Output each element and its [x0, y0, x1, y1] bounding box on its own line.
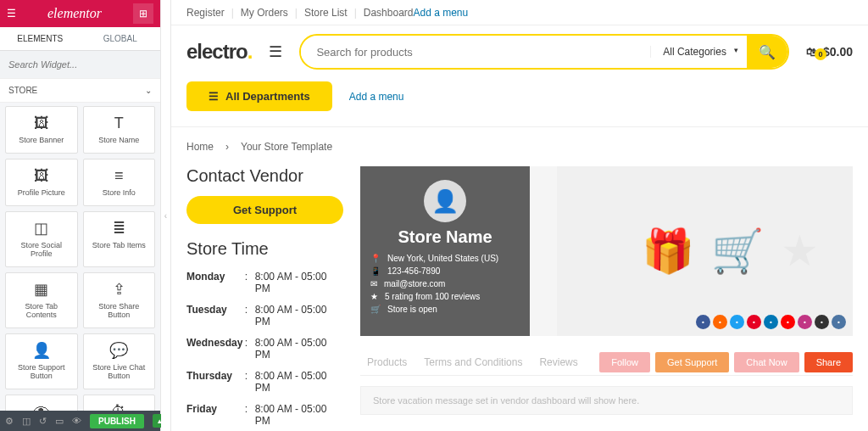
store-time-title: Store Time [186, 239, 343, 259]
cart-icon: 🛒 [370, 305, 381, 314]
social-link[interactable]: • [781, 315, 795, 329]
tab-terms[interactable]: Terms and Conditions [417, 351, 529, 373]
list-icon: ☰ [209, 90, 219, 103]
breadcrumb-current: Your Store Template [241, 141, 332, 153]
widget-item[interactable]: ▦Store Tab Contents [5, 272, 78, 328]
hours-row: Wednesday:8:00 AM - 05:00 PM [186, 337, 343, 361]
tab-products[interactable]: Products [360, 351, 414, 373]
tab-reviews[interactable]: Reviews [532, 351, 584, 373]
right-column: 🎁 🛒 ★ 👤 Store Name 📍New York, United Sta… [360, 166, 853, 431]
widget-item[interactable]: ≡Store Info [83, 159, 156, 206]
search-category[interactable]: All Categories [650, 46, 747, 58]
left-column: Contact Vendor Get Support Store Time Mo… [186, 166, 343, 431]
store-tabs: Products Terms and Conditions Reviews Fo… [360, 351, 853, 376]
publish-button[interactable]: PUBLISH [90, 414, 144, 428]
hours-row: Tuesday:8:00 AM - 05:00 PM [186, 304, 343, 327]
menu-icon[interactable]: ☰ [7, 8, 16, 20]
widget-item[interactable]: ⇪Store Share Button [83, 272, 156, 328]
add-menu-link[interactable]: Add a menu [349, 91, 404, 103]
sidebar-tabs: ELEMENTS GLOBAL [0, 27, 160, 51]
search-widget-input[interactable] [5, 56, 155, 73]
social-link[interactable]: • [730, 315, 744, 329]
social-link[interactable]: • [713, 315, 727, 329]
cart-icon: 🛒 [711, 227, 764, 276]
site-header: electro. ☰ All Categories 🔍 🛍 $0.00 0 [171, 25, 868, 78]
action-follow[interactable]: Follow [599, 352, 650, 372]
all-departments-button[interactable]: ☰ All Departments [186, 81, 332, 111]
pin-icon: 📍 [370, 254, 381, 263]
action-chat-now[interactable]: Chat Now [734, 352, 798, 372]
chevron-right-icon: › [225, 141, 229, 153]
settings-icon[interactable]: ⚙ [5, 416, 14, 427]
mail-icon: ✉ [370, 279, 377, 288]
widget-item[interactable]: 👤Store Support Button [5, 333, 78, 389]
breadcrumb: Home › Your Store Template [171, 127, 868, 166]
social-link[interactable]: • [798, 315, 812, 329]
preview-icon[interactable]: 👁 [72, 416, 81, 426]
layers-icon[interactable]: ◫ [22, 416, 31, 427]
widget-item[interactable]: 🖼Store Banner [5, 106, 78, 154]
grid-icon[interactable]: ⊞ [133, 3, 153, 24]
gift-icon: 🎁 [642, 227, 694, 276]
star-icon: ★ [370, 292, 378, 301]
cart-button[interactable]: 🛍 $0.00 0 [806, 45, 853, 59]
site-logo[interactable]: electro. [186, 40, 252, 64]
nav-add-menu[interactable]: Add a menu [414, 7, 854, 19]
sidebar-footer: ⚙ ◫ ↺ ▭ 👁 PUBLISH ▴ [0, 411, 160, 431]
contact-vendor-title: Contact Vendor [186, 166, 343, 186]
nav-dashboard[interactable]: Dashboard [364, 7, 414, 19]
hamburger-icon[interactable]: ☰ [269, 42, 282, 61]
widget-item[interactable]: ◫Store Social Profile [5, 211, 78, 267]
nav-my-orders[interactable]: My Orders [241, 7, 288, 19]
search-input[interactable] [301, 46, 650, 59]
section-store[interactable]: STORE ⌄ [0, 78, 160, 103]
get-support-button[interactable]: Get Support [186, 196, 343, 224]
sidebar-header: ☰ elementor ⊞ [0, 0, 160, 27]
hours-row: Monday:8:00 AM - 05:00 PM [186, 271, 343, 294]
social-link[interactable]: • [832, 315, 846, 329]
phone-icon: 📱 [370, 266, 381, 276]
tab-elements[interactable]: ELEMENTS [0, 27, 81, 50]
preview-canvas: Register| My Orders| Store List| Dashboa… [171, 0, 868, 431]
search-button[interactable]: 🔍 [747, 36, 787, 68]
search-widget-container [0, 51, 160, 78]
collapse-handle[interactable]: ‹ [161, 0, 171, 431]
chevron-down-icon: ⌄ [145, 86, 152, 95]
action-share[interactable]: Share [804, 352, 853, 372]
widget-item[interactable]: ≣Store Tab Items [83, 211, 156, 267]
social-links: ••••••••• [696, 315, 846, 329]
social-link[interactable]: • [696, 315, 710, 329]
widget-item[interactable]: ⏱Store Vacation Message [83, 395, 156, 411]
widget-item[interactable]: 🖼Profile Picture [5, 159, 78, 206]
widget-item[interactable]: TStore Name [83, 106, 156, 154]
nav-register[interactable]: Register [186, 7, 225, 19]
elementor-logo: elementor [47, 6, 102, 21]
hours-row: Thursday:8:00 AM - 05:00 PM [186, 370, 343, 394]
social-link[interactable]: • [747, 315, 761, 329]
product-search: All Categories 🔍 [299, 34, 789, 70]
store-card: 👤 Store Name 📍New York, United States (U… [360, 166, 530, 336]
hours-row: Friday:8:00 AM - 05:00 PM [186, 403, 343, 427]
social-link[interactable]: • [764, 315, 778, 329]
elementor-sidebar: ☰ elementor ⊞ ELEMENTS GLOBAL STORE ⌄ 🖼S… [0, 0, 161, 431]
social-link[interactable]: • [815, 315, 829, 329]
action-get-support[interactable]: Get Support [655, 352, 729, 372]
widget-item[interactable]: 👁Store Follow Button [5, 395, 78, 411]
store-name: Store Name [370, 227, 520, 247]
tab-global[interactable]: GLOBAL [81, 27, 161, 50]
sub-header: ☰ All Departments Add a menu [171, 78, 868, 127]
breadcrumb-home[interactable]: Home [186, 141, 214, 153]
widget-item[interactable]: 💬Store Live Chat Button [83, 333, 156, 389]
avatar: 👤 [424, 180, 466, 222]
vacation-message: Store vacation message set in vendor das… [360, 386, 853, 415]
store-banner: 🎁 🛒 ★ 👤 Store Name 📍New York, United Sta… [360, 166, 853, 336]
top-nav: Register| My Orders| Store List| Dashboa… [171, 0, 868, 25]
history-icon[interactable]: ↺ [39, 416, 47, 427]
widget-list: 🖼Store BannerTStore Name🖼Profile Picture… [0, 103, 160, 411]
responsive-icon[interactable]: ▭ [55, 416, 64, 427]
nav-store-list[interactable]: Store List [304, 7, 348, 19]
star-icon: ★ [781, 227, 819, 276]
